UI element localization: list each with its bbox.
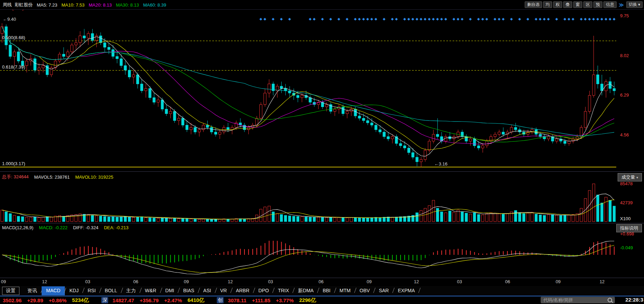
svg-text:◆: ◆ <box>375 17 377 21</box>
cyb-turnover: 2296亿 <box>299 297 316 304</box>
tab-new-dma[interactable]: 新DMA <box>293 286 318 295</box>
svg-text:◆: ◆ <box>428 17 431 21</box>
ma10-value: MA10: 7.53 <box>61 2 85 8</box>
svg-text:◆: ◆ <box>362 17 365 21</box>
ma30-value: MA30: 8.13 <box>116 2 139 8</box>
svg-text:◆: ◆ <box>309 17 311 21</box>
svg-text:◆: ◆ <box>535 17 538 21</box>
macd-plot[interactable] <box>2 241 614 274</box>
svg-text:◆: ◆ <box>518 17 521 21</box>
svg-text:◆: ◆ <box>539 17 542 21</box>
sz-index-value: 14827.47 <box>112 297 134 303</box>
stock-name[interactable]: 彩虹股份 <box>15 2 33 8</box>
toolbar-button-zone[interactable]: 区 <box>583 1 592 8</box>
svg-text:◆: ◆ <box>337 17 340 21</box>
tab-bias[interactable]: BIAS <box>179 286 199 295</box>
volume-bars[interactable] <box>1 184 615 222</box>
toolbar-button-window[interactable]: 窗 <box>573 1 582 8</box>
fibonacci-lines <box>0 41 616 167</box>
svg-text:◆: ◆ <box>329 17 332 21</box>
ma20-value: MA20: 8.13 <box>89 2 112 8</box>
indicator-tab-bar: 设置 资讯 MACDKDJRSIBOLL主力W&RDMIBIASASIVRARB… <box>0 286 644 296</box>
svg-text:◆: ◆ <box>543 17 546 21</box>
tab-vr[interactable]: VR <box>216 286 231 295</box>
svg-text:◆: ◆ <box>469 17 472 21</box>
svg-text:◆: ◆ <box>486 17 488 21</box>
header-bar: 周线 彩虹股份 MA5: 7.23MA10: 7.53MA20: 8.13MA3… <box>0 0 644 10</box>
tab-trix[interactable]: TRIX <box>273 286 293 295</box>
svg-text:◆: ◆ <box>259 17 262 21</box>
settings-button[interactable]: 设置 <box>2 287 19 295</box>
svg-text:◆: ◆ <box>494 17 497 21</box>
tab-bbi[interactable]: BBI <box>318 286 335 295</box>
sh-index-change-pct: +0.86% <box>49 297 67 303</box>
toolbar-button-rights-adjust[interactable]: 权 <box>553 1 562 8</box>
price-ma-lines <box>2 27 614 156</box>
svg-text:◆: ◆ <box>420 17 422 21</box>
tab-news[interactable]: 资讯 <box>23 286 42 295</box>
svg-text:◆: ◆ <box>461 17 464 21</box>
tab-obv[interactable]: OBV <box>355 286 375 295</box>
indicator-help-button[interactable]: 指标说明 <box>616 224 642 232</box>
candles[interactable] <box>1 23 615 167</box>
tab-w-r[interactable]: W&R <box>140 286 161 295</box>
tab-rsi[interactable]: RSI <box>83 286 100 295</box>
svg-text:◆: ◆ <box>436 17 439 21</box>
search-icon <box>608 298 612 302</box>
svg-text:◆: ◆ <box>580 17 583 21</box>
clock: 22:28:3 <box>625 297 643 303</box>
tab-dpo[interactable]: DPO <box>254 286 273 295</box>
sz-market-badge: 深 <box>101 297 108 303</box>
sh-index-change: +29.89 <box>27 297 43 303</box>
tab-sar[interactable]: SAR <box>374 286 393 295</box>
tab-main-force[interactable]: 主力 <box>122 286 140 295</box>
tab-arbr[interactable]: ARBR <box>231 286 254 295</box>
news-markers[interactable]: ◆◆◆◆◆◆◆◆◆◆◆◆◆◆◆◆◆◆◆◆◆◆◆◆◆◆◆◆◆◆◆◆◆◆◆◆◆◆◆◆… <box>259 17 616 21</box>
svg-text:◆: ◆ <box>358 17 361 21</box>
cyb-index-value: 3078.11 <box>228 297 246 303</box>
volume-indicator-selector[interactable]: 成交量 ▾ <box>618 173 642 181</box>
svg-text:◆: ◆ <box>264 17 266 21</box>
tab-expma[interactable]: EXPMA <box>393 286 419 295</box>
svg-text:◆: ◆ <box>354 17 357 21</box>
tab-kdj[interactable]: KDJ <box>65 286 83 295</box>
stock-search-box[interactable]: 代码/名称/简拼 <box>541 297 615 303</box>
svg-text:◆: ◆ <box>424 17 427 21</box>
svg-text:◆: ◆ <box>477 17 480 21</box>
svg-text:◆: ◆ <box>588 17 591 21</box>
svg-text:◆: ◆ <box>609 17 611 21</box>
svg-text:◆: ◆ <box>395 17 398 21</box>
toolbar-button-forecast[interactable]: 预 <box>593 1 602 8</box>
svg-text:◆: ◆ <box>407 17 410 21</box>
toolbar-button-average[interactable]: 均 <box>543 1 552 8</box>
toolbar-button-info[interactable]: 信息 <box>603 1 617 8</box>
quick-switch-icon[interactable]: ≫ <box>619 2 624 8</box>
tab-dmi[interactable]: DMI <box>161 286 179 295</box>
kline-chart[interactable]: ◆◆◆◆◆◆◆◆◆◆◆◆◆◆◆◆◆◆◆◆◆◆◆◆◆◆◆◆◆◆◆◆◆◆◆◆◆◆◆◆… <box>0 0 644 304</box>
toolbar-button-remove-from-watchlist[interactable]: 删自选 <box>525 1 542 8</box>
svg-text:◆: ◆ <box>403 17 406 21</box>
tab-boll[interactable]: BOLL <box>100 286 122 295</box>
sz-turnover: 6410亿 <box>188 297 204 304</box>
svg-text:◆: ◆ <box>321 17 324 21</box>
tab-asi[interactable]: ASI <box>199 286 216 295</box>
period-label[interactable]: 周线 <box>3 2 12 8</box>
cyb-index-change-pct: +3.77% <box>276 297 293 303</box>
svg-text:◆: ◆ <box>383 17 386 21</box>
svg-text:◆: ◆ <box>547 17 550 21</box>
search-placeholder: 代码/名称/简拼 <box>543 297 573 303</box>
sz-index-change: +356.79 <box>140 297 159 303</box>
toolbar-button-overlay[interactable]: 叠 <box>563 1 572 8</box>
svg-text:◆: ◆ <box>313 17 316 21</box>
ma-values-row: MA5: 7.23MA10: 7.53MA20: 8.13MA30: 8.13M… <box>37 2 170 8</box>
tab-mtm[interactable]: MTM <box>335 286 355 295</box>
svg-text:◆: ◆ <box>440 17 443 21</box>
svg-text:◆: ◆ <box>502 17 505 21</box>
svg-text:◆: ◆ <box>568 17 570 21</box>
tab-macd[interactable]: MACD <box>42 286 65 295</box>
svg-text:◆: ◆ <box>453 17 455 21</box>
svg-text:◆: ◆ <box>613 17 616 21</box>
cyb-index-change: +111.85 <box>252 297 271 303</box>
sh-index-value: 3502.96 <box>3 297 22 303</box>
switch-button[interactable]: 切换 ▾ <box>626 1 643 8</box>
